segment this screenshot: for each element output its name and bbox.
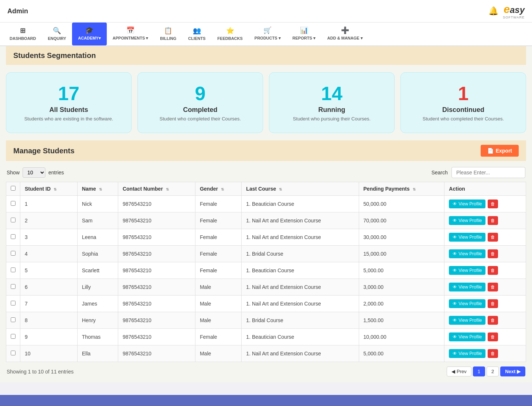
row-contact: 9876543210: [118, 196, 195, 212]
row-gender: Female: [195, 262, 241, 279]
view-profile-button[interactable]: 👁 View Profile: [449, 199, 485, 208]
action-cell: 👁 View Profile 🗑: [449, 249, 521, 258]
delete-button[interactable]: 🗑: [488, 199, 498, 208]
view-profile-button[interactable]: 👁 View Profile: [449, 349, 485, 358]
nav-clients[interactable]: 👥 CLIENTS: [182, 23, 211, 45]
table-row: 6 Lilly 9876543210 Male 1. Nail Art and …: [6, 279, 526, 296]
view-profile-button[interactable]: 👁 View Profile: [449, 266, 485, 275]
view-profile-button[interactable]: 👁 View Profile: [449, 299, 485, 308]
header-gender[interactable]: Gender ⇅: [195, 182, 241, 196]
row-select-checkbox[interactable]: [11, 301, 16, 306]
select-all-checkbox[interactable]: [11, 186, 16, 191]
stat-completed: 9 Completed Student who completed their …: [137, 72, 263, 133]
stat-discontinued-number: 1: [408, 84, 518, 103]
delete-button[interactable]: 🗑: [488, 316, 498, 325]
row-select-checkbox[interactable]: [11, 317, 16, 322]
row-student-id: 10: [20, 345, 78, 362]
delete-button[interactable]: 🗑: [488, 249, 498, 258]
delete-button[interactable]: 🗑: [488, 349, 498, 358]
nav-products[interactable]: 🛒 PRODUCTS ▾: [249, 23, 287, 45]
action-cell: 👁 View Profile 🗑: [449, 316, 521, 325]
row-gender: Female: [195, 196, 241, 212]
row-pending: 50,000.00: [359, 196, 444, 212]
nav-billing[interactable]: 📋 BILLING: [154, 23, 182, 45]
stat-completed-number: 9: [145, 84, 255, 103]
search-input[interactable]: [451, 167, 525, 178]
row-select-checkbox[interactable]: [11, 267, 16, 272]
nav-reports[interactable]: 📊 REPORTS ▾: [287, 23, 321, 45]
row-select-checkbox[interactable]: [11, 218, 16, 222]
row-checkbox: [6, 296, 20, 312]
row-last-course: 1. Beautician Course: [242, 262, 359, 279]
row-checkbox: [6, 345, 20, 362]
nav-addmanage[interactable]: ➕ ADD & MANAGE ▾: [321, 23, 369, 45]
delete-button[interactable]: 🗑: [488, 266, 498, 275]
prev-button[interactable]: ◀ Prev: [447, 366, 471, 376]
logo-rest: asy: [510, 5, 525, 15]
header-last-course[interactable]: Last Course ⇅: [242, 182, 359, 196]
row-gender: Female: [195, 229, 241, 246]
row-action: 👁 View Profile 🗑: [444, 296, 526, 312]
header-pending-payments[interactable]: Pending Payments ⇅: [359, 182, 444, 196]
eye-icon: 👁: [453, 235, 457, 240]
entries-select[interactable]: 10 25 50 100: [23, 167, 45, 178]
sort-pending-icon: ⇅: [413, 187, 416, 191]
page-1-button[interactable]: 1: [473, 366, 485, 376]
row-name: Scarlett: [77, 262, 118, 279]
row-select-checkbox[interactable]: [11, 251, 16, 256]
header-student-id[interactable]: Student ID ⇅: [20, 182, 78, 196]
export-button[interactable]: 📄 Export: [481, 145, 519, 157]
nav-dashboard[interactable]: ⊞ DASHBOARD: [4, 23, 42, 45]
header-name[interactable]: Name ⇅: [77, 182, 118, 196]
nav-bar: ⊞ DASHBOARD 🔍 ENQUIRY 🎓 ACADEMY▾ 📅 APPOI…: [0, 23, 532, 46]
nav-clients-label: CLIENTS: [188, 36, 205, 41]
nav-enquiry-label: ENQUIRY: [48, 36, 66, 41]
view-profile-button[interactable]: 👁 View Profile: [449, 216, 485, 225]
view-profile-button[interactable]: 👁 View Profile: [449, 233, 485, 242]
header-contact[interactable]: Contact Number ⇅: [118, 182, 195, 196]
row-select-checkbox[interactable]: [11, 234, 16, 239]
row-last-course: 1. Beautician Course: [242, 329, 359, 345]
delete-button[interactable]: 🗑: [488, 283, 498, 291]
sort-contact-icon: ⇅: [166, 187, 169, 191]
delete-button[interactable]: 🗑: [488, 216, 498, 225]
delete-button[interactable]: 🗑: [488, 299, 498, 308]
action-cell: 👁 View Profile 🗑: [449, 266, 521, 275]
row-name: Nick: [77, 196, 118, 212]
row-pending: 1,500.00: [359, 312, 444, 329]
appointments-icon: 📅: [126, 26, 134, 34]
row-student-id: 5: [20, 262, 78, 279]
delete-button[interactable]: 🗑: [488, 332, 498, 341]
nav-enquiry[interactable]: 🔍 ENQUIRY: [42, 23, 72, 45]
delete-button[interactable]: 🗑: [488, 233, 498, 242]
nav-feedbacks[interactable]: ⭐ FEEDBACKS: [211, 23, 248, 45]
row-select-checkbox[interactable]: [11, 334, 16, 339]
nav-academy[interactable]: 🎓 ACADEMY▾: [72, 23, 107, 45]
page-2-button[interactable]: 2: [487, 366, 499, 376]
logo: e asy SOFTWARE: [503, 3, 525, 19]
row-name: Thomas: [77, 329, 118, 345]
row-checkbox: [6, 279, 20, 296]
table-row: 1 Nick 9876543210 Female 1. Beautician C…: [6, 196, 526, 212]
header-checkbox-col: [6, 182, 20, 196]
export-icon: 📄: [487, 148, 494, 154]
view-profile-button[interactable]: 👁 View Profile: [449, 332, 485, 341]
view-profile-button[interactable]: 👁 View Profile: [449, 316, 485, 325]
row-contact: 9876543210: [118, 312, 195, 329]
row-select-checkbox[interactable]: [11, 284, 16, 289]
row-name: James: [77, 296, 118, 312]
row-contact: 9876543210: [118, 262, 195, 279]
next-button[interactable]: Next ▶: [500, 366, 525, 376]
pagination-buttons: ◀ Prev 1 2 Next ▶: [447, 366, 525, 376]
row-select-checkbox[interactable]: [11, 201, 16, 206]
bell-icon: 🔔: [488, 6, 498, 16]
view-profile-button[interactable]: 👁 View Profile: [449, 283, 485, 291]
row-select-checkbox[interactable]: [11, 351, 16, 355]
action-cell: 👁 View Profile 🗑: [449, 349, 521, 358]
nav-academy-label: ACADEMY▾: [78, 36, 101, 41]
row-contact: 9876543210: [118, 345, 195, 362]
row-pending: 3,000.00: [359, 279, 444, 296]
row-action: 👁 View Profile 🗑: [444, 212, 526, 229]
view-profile-button[interactable]: 👁 View Profile: [449, 249, 485, 258]
nav-appointments[interactable]: 📅 APPOINTMENTS ▾: [107, 23, 154, 45]
